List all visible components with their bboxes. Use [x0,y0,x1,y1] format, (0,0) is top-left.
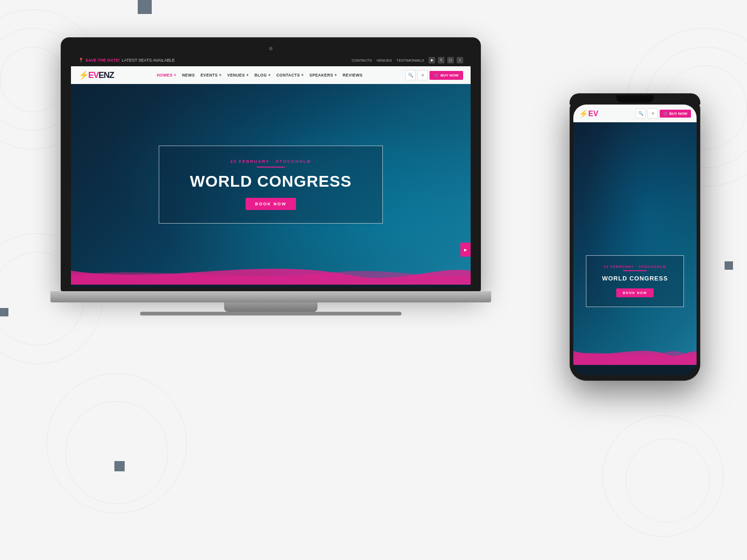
hero-divider [257,167,285,168]
search-button[interactable]: 🔍 [405,70,416,80]
nav-reviews[interactable]: REVIEWS [343,73,363,77]
hero-content-box: 23 FEBRUARY · STOCKHOLM WORLD CONGRESS B… [159,146,383,224]
site-hero: 23 FEBRUARY · STOCKHOLM WORLD CONGRESS B… [71,84,471,285]
ring-decoration [602,415,724,537]
phone-hero-divider [623,270,647,271]
buy-now-button[interactable]: 🛒 BUY NOW [430,71,463,80]
instagram-icon[interactable]: ◻ [447,57,454,63]
site-logo: ⚡EVENZ [78,70,114,80]
laptop-foot [140,312,402,315]
laptop-screen-outer: 📍 SAVE THE DATE! LATEST SEATS AVAILABLE … [61,37,481,291]
phone-notch-bar [570,93,700,105]
ring-decoration [65,401,168,504]
topbar-left: 📍 SAVE THE DATE! LATEST SEATS AVAILABLE [78,58,175,63]
menu-button[interactable]: ≡ [417,70,428,80]
nav-events[interactable]: EVENTS + [200,73,221,77]
phone-device: ⚡EV 🔍 ≡ 🛒 BUY NOW 23 FEBRUARY · STOCKHOL… [570,93,700,381]
youtube-icon[interactable]: ▶ [429,57,435,63]
phone-outer: ⚡EV 🔍 ≡ 🛒 BUY NOW 23 FEBRUARY · STOCKHOL… [570,93,700,381]
square-decoration [138,0,152,14]
laptop-camera-bar [71,46,471,51]
nav-items: HOMES + NEWS EVENTS + VENUES + BLOG + CO… [157,73,363,77]
save-date-label: SAVE THE DATE! [85,58,120,63]
availability-label: LATEST SEATS AVAILABLE [122,58,175,63]
facebook-icon[interactable]: f [457,57,463,63]
nav-news[interactable]: NEWS [182,73,195,77]
nav-venues[interactable]: VENUES + [227,73,249,77]
ring-decoration [0,47,65,112]
phone-buy-now-button[interactable]: 🛒 BUY NOW [660,110,691,118]
ring-decoration [47,373,187,513]
hero-wave-svg [71,257,471,285]
pin-icon: 📍 [78,58,84,63]
phone-hero-subtitle: 23 FEBRUARY · STOCKHOLM [598,265,672,268]
contacts-link[interactable]: CONTACTS [352,58,372,63]
hero-title: WORLD CONGRESS [183,172,359,190]
phone-navbar: ⚡EV 🔍 ≡ 🛒 BUY NOW [573,105,697,122]
social-icons: ▶ 𝕏 ◻ f [429,57,463,63]
nav-contacts[interactable]: CONTACTS + [276,73,304,77]
scroll-indicator: ▶ [460,243,471,257]
phone-book-now-button[interactable]: BOOK NOW [616,288,654,297]
phone-screen: ⚡EV 🔍 ≡ 🛒 BUY NOW 23 FEBRUARY · STOCKHOL… [573,105,697,375]
square-decoration [725,261,733,270]
phone-menu-button[interactable]: ≡ [648,108,658,119]
buy-now-label: BUY NOW [440,73,458,77]
venues-link[interactable]: VENUES [376,58,392,63]
nav-homes[interactable]: HOMES + [157,73,176,77]
square-decoration [0,308,8,316]
phone-nav-actions: 🔍 ≡ 🛒 BUY NOW [635,108,691,119]
laptop-screen: 📍 SAVE THE DATE! LATEST SEATS AVAILABLE … [71,54,471,287]
phone-hero-content: 23 FEBRUARY · STOCKHOLM WORLD CONGRESS B… [586,255,684,307]
phone-buy-now-label: BUY NOW [669,112,687,116]
scroll-icon: ▶ [464,248,467,252]
phone-notch [616,95,654,103]
phone-wave-svg [573,342,697,365]
laptop-camera [269,47,273,50]
phone-hero-title: WORLD CONGRESS [598,275,672,282]
nav-actions: 🔍 ≡ 🛒 BUY NOW [405,70,463,80]
book-now-button[interactable]: BOOK NOW [246,198,296,210]
laptop-device: 📍 SAVE THE DATE! LATEST SEATS AVAILABLE … [61,37,481,315]
phone-cart-icon: 🛒 [663,112,668,116]
phone-search-button[interactable]: 🔍 [635,108,646,119]
nav-blog[interactable]: BLOG + [254,73,271,77]
phone-hero: 23 FEBRUARY · STOCKHOLM WORLD CONGRESS B… [573,122,697,365]
hero-subtitle: 23 FEBRUARY · STOCKHOLM [183,159,359,164]
phone-hero-bg [573,122,697,365]
square-decoration [114,461,125,471]
testimonials-link[interactable]: TESTIMONIALS [396,58,424,63]
phone-logo: ⚡EV [579,109,598,118]
site-topbar: 📍 SAVE THE DATE! LATEST SEATS AVAILABLE … [71,54,471,66]
laptop-stand [224,302,317,312]
cart-icon: 🛒 [434,73,439,77]
site-navbar: ⚡EVENZ HOMES + NEWS EVENTS + VENUES + BL… [71,66,471,84]
topbar-right: CONTACTS VENUES TESTIMONIALS ▶ 𝕏 ◻ f [352,57,463,63]
laptop-base [50,291,491,302]
twitter-icon[interactable]: 𝕏 [438,57,444,63]
nav-speakers[interactable]: SPEAKERS + [310,73,337,77]
ring-decoration [626,439,710,523]
